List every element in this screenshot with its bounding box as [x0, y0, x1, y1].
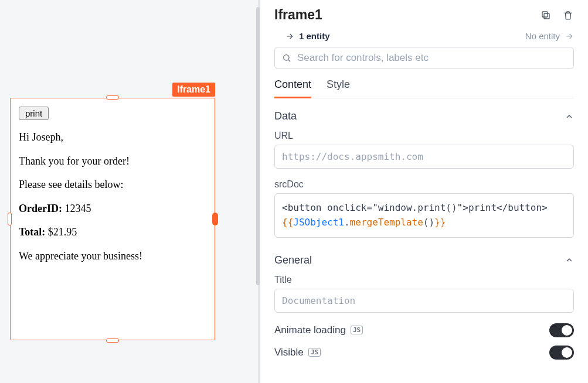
srcdoc-input[interactable]: <button onclick="window.print()">print</… — [274, 193, 574, 238]
arrow-right-icon — [565, 32, 574, 41]
order-label: OrderID: — [19, 203, 62, 214]
order-line: OrderID: 12345 — [19, 202, 206, 216]
animate-loading-label: Animate loading — [274, 324, 346, 336]
tab-style[interactable]: Style — [327, 78, 350, 98]
entity-next[interactable]: No entity — [525, 31, 574, 41]
details-text: Please see details below: — [19, 178, 206, 192]
total-line: Total: $21.95 — [19, 225, 206, 239]
print-button[interactable]: print — [19, 107, 49, 120]
appreciate-text: We appreciate your business! — [19, 249, 206, 263]
panel-title: Iframe1 — [274, 7, 322, 23]
svg-point-2 — [284, 55, 289, 60]
visible-toggle[interactable] — [549, 346, 574, 360]
srcdoc-expr: {{JSObject1.mergeTemplate()}} — [282, 216, 566, 230]
js-badge[interactable]: JS — [308, 348, 321, 357]
token-open-braces: {{ — [282, 217, 293, 228]
property-search[interactable] — [274, 47, 574, 69]
svg-rect-0 — [544, 13, 549, 19]
section-general-header[interactable]: General — [274, 254, 574, 266]
panel-header: Iframe1 — [274, 7, 574, 23]
visible-label: Visible — [274, 347, 304, 358]
total-label: Total: — [19, 226, 45, 238]
resize-handle-left[interactable] — [8, 213, 12, 225]
order-value: 12345 — [64, 203, 91, 214]
url-label: URL — [274, 131, 574, 141]
token-function: mergeTemplate — [350, 217, 423, 228]
total-value: $21.95 — [48, 226, 77, 238]
canvas-area: Iframe1 print Hi Joseph, Thank you for y… — [0, 0, 258, 383]
animate-loading-row: Animate loading JS — [274, 323, 574, 337]
entity-nav-row: 1 entity No entity — [274, 31, 574, 41]
srcdoc-line1: <button onclick="window.print()">print</… — [282, 201, 566, 216]
animate-loading-toggle[interactable] — [549, 323, 574, 337]
thanks-text: Thank you for your order! — [19, 155, 206, 168]
iframe-content-preview: print Hi Joseph, Thank you for your orde… — [14, 102, 211, 336]
token-dot: . — [344, 217, 350, 228]
section-general-title: General — [274, 254, 312, 266]
iframe-frame[interactable]: print Hi Joseph, Thank you for your orde… — [10, 98, 215, 340]
title-label: Title — [274, 275, 574, 285]
section-data-title: Data — [274, 110, 297, 122]
token-parens: () — [423, 217, 434, 228]
chevron-up-icon — [565, 255, 574, 265]
tab-content[interactable]: Content — [274, 78, 311, 98]
url-input[interactable]: https://docs.appsmith.com — [274, 145, 574, 169]
widget-label-chip: Iframe1 — [172, 83, 215, 97]
iframe-widget[interactable]: Iframe1 print Hi Joseph, Thank you for y… — [10, 98, 215, 340]
tab-bar: Content Style — [274, 78, 574, 98]
greeting-text: Hi Joseph, — [19, 131, 206, 144]
visible-row: Visible JS — [274, 346, 574, 360]
no-entity-text: No entity — [525, 31, 560, 41]
property-panel: Iframe1 1 entity No entity Cont — [258, 0, 588, 383]
srcdoc-label: srcDoc — [274, 179, 574, 190]
resize-handle-bottom[interactable] — [106, 338, 119, 343]
token-close-braces: }} — [434, 217, 446, 228]
svg-rect-1 — [542, 12, 548, 17]
chevron-up-icon — [565, 112, 574, 121]
delete-icon[interactable] — [562, 9, 574, 21]
search-icon — [282, 53, 291, 63]
copy-icon[interactable] — [540, 9, 552, 21]
entity-count-text: 1 entity — [299, 31, 330, 41]
entity-prev[interactable]: 1 entity — [285, 31, 330, 41]
resize-handle-top[interactable] — [106, 95, 119, 100]
arrow-right-icon — [285, 32, 294, 41]
search-input[interactable] — [297, 52, 566, 64]
resize-handle-right[interactable] — [212, 213, 218, 225]
js-badge[interactable]: JS — [351, 326, 363, 334]
section-data-header[interactable]: Data — [274, 110, 574, 122]
token-object: JSObject1 — [293, 217, 344, 228]
title-input[interactable]: Documentation — [274, 289, 574, 313]
